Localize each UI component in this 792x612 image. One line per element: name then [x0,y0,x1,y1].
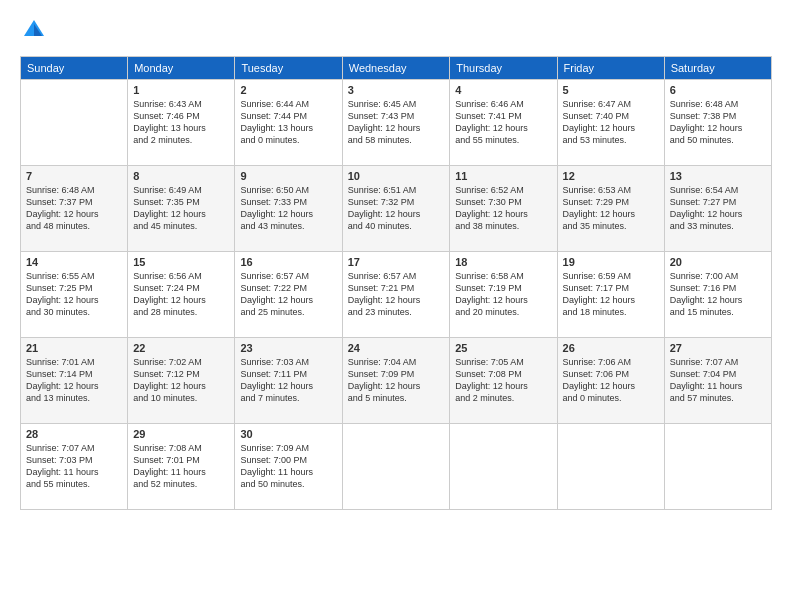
day-detail: Sunset: 7:21 PM [348,283,415,293]
calendar-cell: 28Sunrise: 7:07 AMSunset: 7:03 PMDayligh… [21,424,128,510]
daylight-hours-label: Daylight: 12 hours [563,209,636,219]
daylight-hours-label: Daylight: 12 hours [240,209,313,219]
daylight-hours-label: Daylight: 12 hours [26,381,99,391]
day-info: Sunrise: 7:05 AMSunset: 7:08 PMDaylight:… [455,356,551,405]
day-detail: Sunrise: 6:53 AM [563,185,632,195]
day-detail: and 55 minutes. [455,135,519,145]
calendar-day-header: Thursday [450,57,557,80]
day-detail: and 0 minutes. [563,393,622,403]
day-number: 4 [455,84,551,96]
day-info: Sunrise: 6:57 AMSunset: 7:22 PMDaylight:… [240,270,336,319]
day-detail: Sunrise: 7:06 AM [563,357,632,367]
day-detail: and 45 minutes. [133,221,197,231]
calendar-cell: 24Sunrise: 7:04 AMSunset: 7:09 PMDayligh… [342,338,449,424]
day-detail: Sunset: 7:12 PM [133,369,200,379]
day-info: Sunrise: 7:07 AMSunset: 7:04 PMDaylight:… [670,356,766,405]
day-detail: and 23 minutes. [348,307,412,317]
day-number: 30 [240,428,336,440]
day-detail: Sunset: 7:46 PM [133,111,200,121]
day-detail: Sunrise: 7:01 AM [26,357,95,367]
day-detail: Sunset: 7:41 PM [455,111,522,121]
calendar-cell: 13Sunrise: 6:54 AMSunset: 7:27 PMDayligh… [664,166,771,252]
day-detail: Sunrise: 7:04 AM [348,357,417,367]
day-info: Sunrise: 6:47 AMSunset: 7:40 PMDaylight:… [563,98,659,147]
day-detail: and 18 minutes. [563,307,627,317]
day-number: 26 [563,342,659,354]
day-info: Sunrise: 7:00 AMSunset: 7:16 PMDaylight:… [670,270,766,319]
day-detail: Sunset: 7:27 PM [670,197,737,207]
day-detail: and 5 minutes. [348,393,407,403]
daylight-hours-label: Daylight: 12 hours [26,209,99,219]
day-detail: Sunset: 7:11 PM [240,369,307,379]
daylight-hours-label: Daylight: 12 hours [563,123,636,133]
calendar-cell: 30Sunrise: 7:09 AMSunset: 7:00 PMDayligh… [235,424,342,510]
day-detail: Sunrise: 6:44 AM [240,99,309,109]
daylight-hours-label: Daylight: 12 hours [348,295,421,305]
day-detail: and 52 minutes. [133,479,197,489]
day-detail: Sunset: 7:00 PM [240,455,307,465]
day-detail: Sunrise: 7:07 AM [26,443,95,453]
calendar-cell: 29Sunrise: 7:08 AMSunset: 7:01 PMDayligh… [128,424,235,510]
calendar-week-row: 21Sunrise: 7:01 AMSunset: 7:14 PMDayligh… [21,338,772,424]
daylight-hours-label: Daylight: 12 hours [240,381,313,391]
daylight-hours-label: Daylight: 12 hours [348,209,421,219]
calendar-cell: 17Sunrise: 6:57 AMSunset: 7:21 PMDayligh… [342,252,449,338]
day-detail: Sunrise: 6:47 AM [563,99,632,109]
day-detail: and 58 minutes. [348,135,412,145]
day-detail: Sunset: 7:19 PM [455,283,522,293]
calendar-cell: 8Sunrise: 6:49 AMSunset: 7:35 PMDaylight… [128,166,235,252]
day-number: 9 [240,170,336,182]
calendar-cell: 1Sunrise: 6:43 AMSunset: 7:46 PMDaylight… [128,80,235,166]
day-detail: and 10 minutes. [133,393,197,403]
day-detail: and 38 minutes. [455,221,519,231]
day-number: 18 [455,256,551,268]
calendar-cell: 18Sunrise: 6:58 AMSunset: 7:19 PMDayligh… [450,252,557,338]
day-detail: and 43 minutes. [240,221,304,231]
daylight-hours-label: Daylight: 13 hours [240,123,313,133]
day-detail: Sunset: 7:43 PM [348,111,415,121]
calendar-cell: 7Sunrise: 6:48 AMSunset: 7:37 PMDaylight… [21,166,128,252]
day-info: Sunrise: 6:46 AMSunset: 7:41 PMDaylight:… [455,98,551,147]
day-number: 14 [26,256,122,268]
day-detail: Sunset: 7:09 PM [348,369,415,379]
day-detail: and 2 minutes. [455,393,514,403]
day-detail: Sunset: 7:24 PM [133,283,200,293]
day-detail: Sunrise: 6:55 AM [26,271,95,281]
calendar-cell: 4Sunrise: 6:46 AMSunset: 7:41 PMDaylight… [450,80,557,166]
day-detail: and 15 minutes. [670,307,734,317]
day-info: Sunrise: 7:06 AMSunset: 7:06 PMDaylight:… [563,356,659,405]
day-number: 25 [455,342,551,354]
day-detail: Sunset: 7:38 PM [670,111,737,121]
calendar-cell: 14Sunrise: 6:55 AMSunset: 7:25 PMDayligh… [21,252,128,338]
day-detail: Sunset: 7:35 PM [133,197,200,207]
calendar-cell: 2Sunrise: 6:44 AMSunset: 7:44 PMDaylight… [235,80,342,166]
calendar-table: SundayMondayTuesdayWednesdayThursdayFrid… [20,56,772,510]
day-number: 27 [670,342,766,354]
day-detail: Sunrise: 6:54 AM [670,185,739,195]
logo [20,16,52,44]
calendar-cell: 20Sunrise: 7:00 AMSunset: 7:16 PMDayligh… [664,252,771,338]
day-detail: Sunrise: 6:46 AM [455,99,524,109]
day-number: 13 [670,170,766,182]
day-detail: Sunrise: 7:02 AM [133,357,202,367]
day-detail: and 48 minutes. [26,221,90,231]
day-detail: and 40 minutes. [348,221,412,231]
day-detail: and 57 minutes. [670,393,734,403]
day-info: Sunrise: 6:56 AMSunset: 7:24 PMDaylight:… [133,270,229,319]
day-detail: Sunrise: 6:48 AM [670,99,739,109]
day-number: 12 [563,170,659,182]
day-info: Sunrise: 7:08 AMSunset: 7:01 PMDaylight:… [133,442,229,491]
daylight-hours-label: Daylight: 12 hours [670,209,743,219]
day-number: 21 [26,342,122,354]
calendar-day-header: Monday [128,57,235,80]
calendar-cell: 10Sunrise: 6:51 AMSunset: 7:32 PMDayligh… [342,166,449,252]
calendar-week-row: 7Sunrise: 6:48 AMSunset: 7:37 PMDaylight… [21,166,772,252]
day-info: Sunrise: 7:02 AMSunset: 7:12 PMDaylight:… [133,356,229,405]
calendar-day-header: Friday [557,57,664,80]
day-info: Sunrise: 6:48 AMSunset: 7:37 PMDaylight:… [26,184,122,233]
day-number: 22 [133,342,229,354]
calendar-week-row: 28Sunrise: 7:07 AMSunset: 7:03 PMDayligh… [21,424,772,510]
calendar-day-header: Saturday [664,57,771,80]
day-detail: Sunrise: 6:52 AM [455,185,524,195]
day-number: 11 [455,170,551,182]
